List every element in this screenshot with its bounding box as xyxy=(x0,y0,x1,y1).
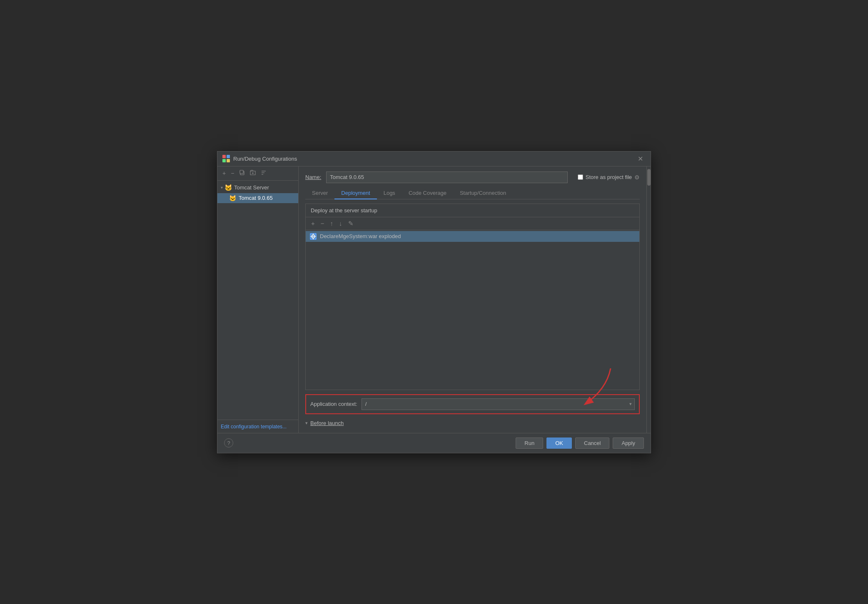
svg-rect-0 xyxy=(222,155,226,158)
app-context-dropdown-icon[interactable]: ▾ xyxy=(627,401,634,407)
sort-config-button[interactable] xyxy=(259,169,268,178)
deploy-edit-button[interactable]: ✎ xyxy=(346,219,356,228)
svg-rect-2 xyxy=(222,159,226,162)
tomcat-group-icon: 🐱 xyxy=(224,184,232,191)
app-context-input[interactable] xyxy=(362,399,627,410)
tab-code-coverage[interactable]: Code Coverage xyxy=(402,187,453,199)
remove-config-button[interactable]: − xyxy=(229,169,236,177)
tab-bar: Server Deployment Logs Code Coverage Sta… xyxy=(305,187,640,199)
deploy-toolbar: + − ↑ ↓ ✎ xyxy=(306,217,639,230)
panel-with-scroll: Name: Store as project file ⚙ Server Dep… xyxy=(299,167,651,433)
store-project-gear-icon[interactable]: ⚙ xyxy=(634,174,640,181)
group-label: Tomcat Server xyxy=(234,184,269,191)
sidebar-tree: ▾ 🐱 Tomcat Server 🐱 Tomcat 9.0.65 xyxy=(217,181,298,420)
sidebar: + − xyxy=(217,167,299,433)
config-group-tomcat: ▾ 🐱 Tomcat Server 🐱 Tomcat 9.0.65 xyxy=(217,182,298,203)
app-context-input-wrap: ▾ xyxy=(362,398,635,410)
name-input[interactable] xyxy=(326,172,567,183)
svg-rect-3 xyxy=(227,159,230,162)
store-project-row: Store as project file ⚙ xyxy=(578,174,640,181)
app-context-row: Application context: ▾ xyxy=(305,394,640,414)
titlebar: Run/Debug Configurations ✕ xyxy=(217,152,651,167)
deploy-add-button[interactable]: + xyxy=(309,219,317,228)
footer: ? Run OK Cancel Apply xyxy=(217,433,651,453)
tab-startup-connection[interactable]: Startup/Connection xyxy=(453,187,513,199)
scroll-thumb[interactable] xyxy=(647,169,651,186)
store-project-checkbox[interactable] xyxy=(578,174,583,180)
add-config-button[interactable]: + xyxy=(221,169,227,177)
config-item-label: Tomcat 9.0.65 xyxy=(239,195,273,201)
app-context-label: Application context: xyxy=(310,401,357,407)
cancel-button[interactable]: Cancel xyxy=(575,437,609,449)
config-group-header[interactable]: ▾ 🐱 Tomcat Server xyxy=(217,182,298,193)
sidebar-footer: Edit configuration templates... xyxy=(217,420,298,433)
svg-rect-1 xyxy=(227,155,230,158)
app-icon xyxy=(222,155,230,162)
main-content: + − xyxy=(217,167,651,433)
deploy-list: DeclareMgeSystem:war exploded xyxy=(306,230,639,390)
deploy-section: Deploy at the server startup + − ↑ ↓ ✎ xyxy=(305,204,640,390)
name-row: Name: Store as project file ⚙ xyxy=(305,172,640,183)
before-launch-chevron: ▾ xyxy=(305,420,308,426)
right-scrollbar[interactable] xyxy=(646,167,651,433)
right-panel: Name: Store as project file ⚙ Server Dep… xyxy=(299,167,646,433)
config-item-tomcat[interactable]: 🐱 Tomcat 9.0.65 xyxy=(217,193,298,203)
new-folder-config-button[interactable] xyxy=(248,169,257,178)
close-button[interactable]: ✕ xyxy=(635,154,646,164)
tab-logs[interactable]: Logs xyxy=(377,187,402,199)
deploy-move-up-button[interactable]: ↑ xyxy=(328,219,336,228)
deploy-remove-button[interactable]: − xyxy=(319,219,327,228)
tab-deployment[interactable]: Deployment xyxy=(334,187,377,199)
ok-button[interactable]: OK xyxy=(546,437,572,449)
group-chevron: ▾ xyxy=(221,185,223,190)
before-launch-section[interactable]: ▾ Before launch xyxy=(305,418,640,428)
deploy-header: Deploy at the server startup xyxy=(306,204,639,217)
run-button[interactable]: Run xyxy=(516,437,543,449)
deploy-item-label: DeclareMgeSystem:war exploded xyxy=(320,233,401,239)
annotation-container: Application context: ▾ xyxy=(305,394,640,414)
apply-button[interactable]: Apply xyxy=(613,437,644,449)
name-label: Name: xyxy=(305,174,321,180)
store-project-label: Store as project file xyxy=(586,174,632,180)
tab-server[interactable]: Server xyxy=(305,187,334,199)
deploy-move-down-button[interactable]: ↓ xyxy=(337,219,344,228)
before-launch-label: Before launch xyxy=(310,420,344,426)
deployment-tab-content: Deploy at the server startup + − ↑ ↓ ✎ xyxy=(305,204,640,428)
dialog-title: Run/Debug Configurations xyxy=(233,156,632,162)
help-button[interactable]: ? xyxy=(224,438,233,447)
sidebar-toolbar: + − xyxy=(217,167,298,181)
war-icon xyxy=(310,233,317,240)
edit-templates-link[interactable]: Edit configuration templates... xyxy=(221,424,287,430)
svg-rect-5 xyxy=(240,170,243,174)
deploy-item[interactable]: DeclareMgeSystem:war exploded xyxy=(306,231,639,242)
copy-config-button[interactable] xyxy=(237,169,247,178)
config-item-icon: 🐱 xyxy=(229,195,236,201)
run-debug-dialog: Run/Debug Configurations ✕ + − xyxy=(217,151,651,453)
